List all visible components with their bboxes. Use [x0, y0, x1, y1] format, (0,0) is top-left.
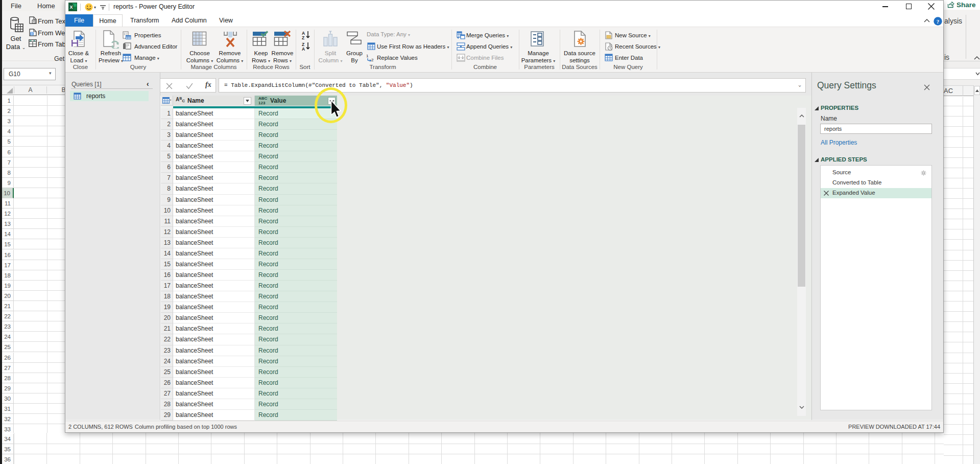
svg-text:Z: Z [302, 35, 304, 40]
svg-text:?: ? [937, 18, 940, 25]
svg-text:A: A [302, 47, 305, 51]
svg-text:1: 1 [366, 54, 369, 58]
svg-text:X: X [69, 5, 73, 10]
svg-text:2: 2 [371, 58, 374, 62]
